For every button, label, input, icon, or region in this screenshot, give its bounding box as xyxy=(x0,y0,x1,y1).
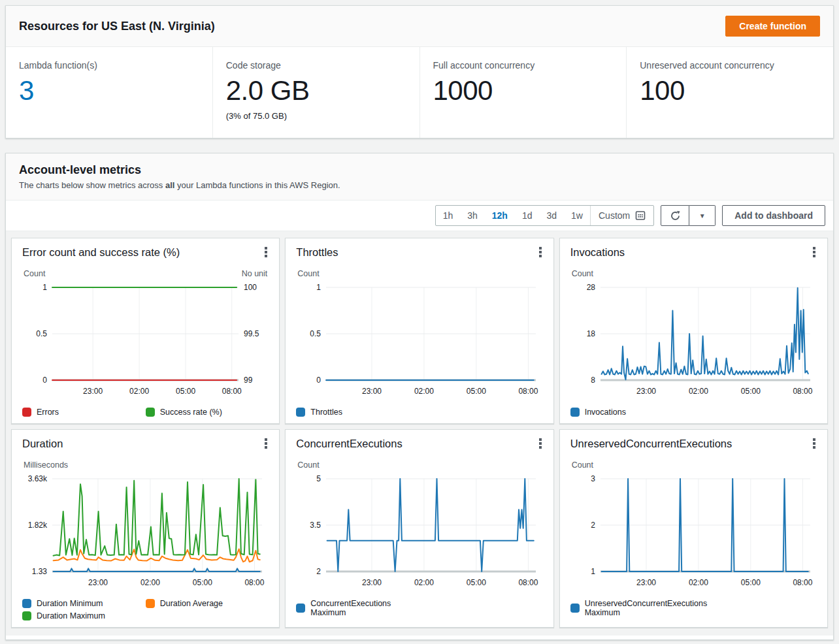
time-range-option-1h[interactable]: 1h xyxy=(436,206,461,225)
svg-text:3.63k: 3.63k xyxy=(28,474,48,483)
svg-text:23:00: 23:00 xyxy=(88,578,108,587)
svg-text:23:00: 23:00 xyxy=(362,387,382,396)
chart-plot[interactable]: 10.5023:0002:0005:0008:00 xyxy=(296,278,542,405)
svg-text:02:00: 02:00 xyxy=(689,387,708,396)
svg-text:08:00: 08:00 xyxy=(793,578,812,587)
legend-swatch xyxy=(22,611,31,620)
kebab-menu-icon[interactable] xyxy=(812,435,817,454)
code-storage-value: 2.0 GB xyxy=(226,76,406,106)
svg-text:02:00: 02:00 xyxy=(129,387,149,396)
svg-text:1: 1 xyxy=(317,283,321,292)
account-metrics-header: Account-level metrics The charts below s… xyxy=(6,153,833,201)
resources-panel-header: Resources for US East (N. Virginia) Crea… xyxy=(6,6,833,47)
chart-title: Error count and success rate (%) xyxy=(22,244,180,259)
charts-grid: Error count and success rate (%)CountNo … xyxy=(11,238,828,628)
legend-item[interactable]: Throttles xyxy=(296,408,420,417)
svg-text:02:00: 02:00 xyxy=(140,578,160,587)
legend-item[interactable]: UnreservedConcurrentExecutions Maximum xyxy=(570,599,708,617)
axis-unit-labels: Count xyxy=(297,460,541,470)
stat-label: Unreserved account concurrency xyxy=(640,60,820,71)
legend-item[interactable]: Success rate (%) xyxy=(146,408,269,417)
svg-text:8: 8 xyxy=(591,376,595,385)
svg-text:18: 18 xyxy=(586,329,595,338)
legend-item[interactable]: Duration Minimum xyxy=(22,599,146,608)
svg-text:23:00: 23:00 xyxy=(636,578,656,587)
chart-legend: ConcurrentExecutions Maximum xyxy=(296,599,542,617)
refresh-icon xyxy=(670,210,681,221)
y-axis-unit-label: Count xyxy=(572,269,593,278)
chart-plot[interactable]: 53.5223:0002:0005:0008:00 xyxy=(296,470,542,596)
create-function-button[interactable]: Create function xyxy=(725,16,820,37)
chart-card-header: Throttles xyxy=(296,244,542,263)
chart-card: ThrottlesCount10.5023:0002:0005:0008:00T… xyxy=(285,238,553,424)
svg-text:02:00: 02:00 xyxy=(414,387,434,396)
legend-label: UnreservedConcurrentExecutions Maximum xyxy=(585,599,708,617)
axis-unit-labels: Count xyxy=(572,269,815,278)
account-metrics-panel: Account-level metrics The charts below s… xyxy=(5,153,834,640)
time-range-option-3h[interactable]: 3h xyxy=(460,206,485,225)
svg-text:05:00: 05:00 xyxy=(740,387,760,396)
metrics-toolbar: 1h3h12h1d3d1w Custom ▼ Add to dashboard xyxy=(6,201,833,231)
time-range-option-1d[interactable]: 1d xyxy=(515,206,540,225)
chart-plot[interactable]: 3.63k1.82k1.3323:0002:0005:0008:00 xyxy=(22,470,269,596)
chart-plot[interactable]: 10.5010099.59923:0002:0005:0008:00 xyxy=(22,278,269,405)
chart-card-header: ConcurrentExecutions xyxy=(296,435,542,454)
legend-label: Duration Minimum xyxy=(37,599,103,608)
chart-plot[interactable]: 2818823:0002:0005:0008:00 xyxy=(570,278,817,405)
legend-item[interactable]: ConcurrentExecutions Maximum xyxy=(296,599,420,617)
legend-item[interactable]: Duration Average xyxy=(146,599,269,608)
legend-item[interactable]: Invocations xyxy=(570,408,694,417)
kebab-menu-icon[interactable] xyxy=(538,435,543,454)
chart-legend: UnreservedConcurrentExecutions Maximum xyxy=(570,599,817,617)
svg-text:2: 2 xyxy=(591,521,595,530)
time-range-option-12h[interactable]: 12h xyxy=(485,206,515,225)
chart-card: ConcurrentExecutionsCount53.5223:0002:00… xyxy=(285,429,553,628)
svg-text:05:00: 05:00 xyxy=(193,578,212,587)
chart-title: Duration xyxy=(22,435,63,450)
add-to-dashboard-button[interactable]: Add to dashboard xyxy=(722,205,825,226)
svg-text:2: 2 xyxy=(317,567,321,576)
svg-text:3: 3 xyxy=(591,474,595,483)
calendar-icon xyxy=(635,210,646,221)
kebab-menu-icon[interactable] xyxy=(263,244,269,263)
refresh-options-button[interactable]: ▼ xyxy=(689,205,716,226)
svg-text:08:00: 08:00 xyxy=(244,578,264,587)
legend-item[interactable]: Duration Maximum xyxy=(22,611,146,620)
time-range-option-1w[interactable]: 1w xyxy=(564,206,590,225)
chart-plot[interactable]: 32123:0002:0005:0008:00 xyxy=(570,470,817,596)
legend-swatch xyxy=(22,408,31,417)
account-metrics-title: Account-level metrics xyxy=(19,163,820,177)
svg-text:1: 1 xyxy=(42,283,47,292)
legend-swatch xyxy=(570,408,580,417)
kebab-menu-icon[interactable] xyxy=(812,244,817,263)
chart-legend: Duration MinimumDuration AverageDuration… xyxy=(22,599,269,620)
svg-text:1.33: 1.33 xyxy=(32,567,48,576)
chevron-down-icon: ▼ xyxy=(699,212,706,219)
full-concurrency-value: 1000 xyxy=(433,76,614,106)
y-axis-unit-label: Milliseconds xyxy=(24,460,68,470)
stat-label: Code storage xyxy=(226,60,406,71)
legend-item[interactable]: Errors xyxy=(22,408,146,417)
legend-swatch xyxy=(570,604,580,613)
chart-card-header: Error count and success rate (%) xyxy=(22,244,269,263)
svg-text:28: 28 xyxy=(586,283,595,292)
axis-unit-labels: Milliseconds xyxy=(24,460,267,470)
account-metrics-description: The charts below show metrics across all… xyxy=(19,180,820,190)
legend-label: Invocations xyxy=(585,408,626,417)
refresh-button[interactable] xyxy=(661,205,689,226)
time-range-option-3d[interactable]: 3d xyxy=(540,206,565,225)
lambda-functions-count-link[interactable]: 3 xyxy=(19,76,199,106)
stat-label: Full account concurrency xyxy=(433,60,614,71)
kebab-menu-icon[interactable] xyxy=(263,435,269,454)
legend-swatch xyxy=(146,408,155,417)
stat-label: Lambda function(s) xyxy=(19,60,199,71)
svg-text:0.5: 0.5 xyxy=(310,329,321,338)
unreserved-concurrency-value: 100 xyxy=(640,76,820,106)
time-range-custom[interactable]: Custom xyxy=(590,206,653,225)
svg-text:1.82k: 1.82k xyxy=(28,521,48,530)
refresh-split-button: ▼ xyxy=(661,205,716,226)
svg-text:99.5: 99.5 xyxy=(244,329,259,338)
kebab-menu-icon[interactable] xyxy=(538,244,543,263)
y2-axis-unit-label: No unit xyxy=(242,269,268,278)
time-range-options: 1h3h12h1d3d1w xyxy=(436,206,590,225)
